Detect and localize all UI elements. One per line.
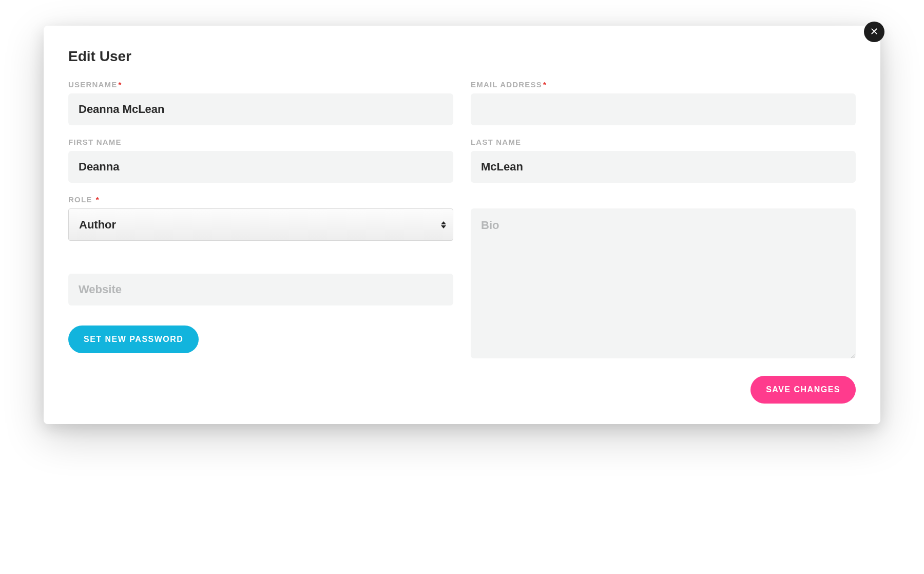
last-name-input[interactable]: [471, 151, 856, 183]
username-label: USERNAME*: [68, 80, 453, 89]
first-name-label: FIRST NAME: [68, 138, 453, 146]
modal-title: Edit User: [68, 48, 856, 65]
last-name-field-group: LAST NAME: [471, 138, 856, 183]
first-name-field-group: FIRST NAME: [68, 138, 453, 183]
bio-field-group: [471, 195, 856, 360]
website-input[interactable]: [68, 274, 453, 305]
required-marker: *: [543, 80, 547, 89]
modal-footer: SAVE CHANGES: [68, 376, 856, 404]
save-changes-button[interactable]: SAVE CHANGES: [750, 376, 856, 404]
password-button-row: SET NEW PASSWORD: [68, 326, 453, 360]
email-label-text: EMAIL ADDRESS: [471, 80, 542, 89]
email-field-group: EMAIL ADDRESS*: [471, 80, 856, 125]
role-label-text: ROLE: [68, 195, 92, 204]
website-field-group: [68, 260, 453, 313]
bio-empty-label: [471, 195, 856, 204]
last-name-label: LAST NAME: [471, 138, 856, 146]
bio-textarea[interactable]: [471, 208, 856, 358]
role-select[interactable]: Author: [68, 208, 453, 241]
username-field-group: USERNAME*: [68, 80, 453, 125]
username-label-text: USERNAME: [68, 80, 117, 89]
role-field-group: ROLE * Author: [68, 195, 453, 248]
email-label: EMAIL ADDRESS*: [471, 80, 856, 89]
first-name-input[interactable]: [68, 151, 453, 183]
role-label: ROLE *: [68, 195, 453, 204]
email-input[interactable]: [471, 93, 856, 125]
close-button[interactable]: [864, 22, 884, 42]
edit-user-modal: Edit User USERNAME* EMAIL ADDRESS* FIRST…: [44, 26, 880, 424]
website-empty-label: [68, 260, 453, 269]
username-input[interactable]: [68, 93, 453, 125]
set-new-password-button[interactable]: SET NEW PASSWORD: [68, 326, 199, 353]
close-icon: [870, 27, 878, 37]
required-marker: *: [118, 80, 122, 89]
required-marker: *: [96, 195, 100, 204]
